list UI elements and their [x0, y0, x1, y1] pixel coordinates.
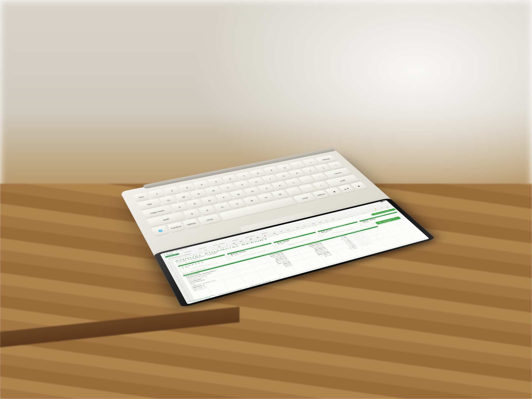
autosum-icon[interactable]: Σ	[324, 220, 329, 222]
row-header[interactable]: 23	[185, 298, 194, 302]
key-4[interactable]: 4	[193, 180, 210, 189]
key-g[interactable]: G	[230, 190, 247, 199]
ribbon-tab-insert[interactable]: Insert	[180, 249, 195, 254]
key-2[interactable]: 2	[163, 186, 181, 195]
key-cmd-l[interactable]: cmd	[197, 214, 222, 226]
key-ctrl[interactable]: control	[167, 222, 185, 232]
column-header[interactable]: E	[229, 242, 244, 247]
row-header[interactable]: 16	[178, 286, 187, 290]
column-header[interactable]: I	[283, 229, 297, 234]
key-x[interactable]: X	[198, 205, 216, 216]
column-header[interactable]: N	[346, 214, 359, 218]
number-format-icon[interactable]: $	[295, 227, 300, 229]
metric-card[interactable]: REVENUES●●●●●●●0%	[178, 254, 229, 273]
column-header[interactable]: Q	[381, 206, 394, 210]
table-row[interactable]: TAX$32,167.45$29,424.53▲34%	[189, 234, 387, 286]
key-8[interactable]: 8	[249, 169, 267, 177]
key-w[interactable]: W	[175, 192, 192, 202]
column-header[interactable]: H	[270, 232, 284, 237]
row-header[interactable]: 6	[169, 269, 177, 272]
font-size-select[interactable]: 16	[201, 248, 212, 252]
align-center-icon[interactable]: ≡	[279, 230, 284, 232]
fill-color-icon[interactable]: ◧	[255, 236, 261, 238]
italic-icon[interactable]: I	[224, 244, 229, 246]
font-name-select[interactable]: Euphemia (Headin…	[166, 251, 199, 260]
metric-card[interactable]: DEPRECIATION$5,5479%	[317, 221, 363, 237]
key-6[interactable]: 6	[222, 175, 239, 183]
sort-icon[interactable]: ⇅	[330, 218, 336, 220]
align-left-icon[interactable]: ☰	[272, 232, 277, 234]
column-header[interactable]: A	[172, 256, 187, 261]
merge-icon[interactable]: ⿻	[285, 229, 291, 231]
row-header[interactable]: 12	[175, 279, 183, 283]
more-icon[interactable]: ⋯	[385, 205, 390, 207]
key-c[interactable]: C	[213, 202, 231, 212]
key-s[interactable]: S	[186, 199, 203, 209]
table-row[interactable]: INTEREST$3,789.47$3,338.07▲5%	[187, 231, 384, 283]
key-5[interactable]: 5	[207, 177, 225, 186]
border-icon[interactable]: ▦	[248, 238, 254, 240]
key-y[interactable]: Y	[234, 180, 251, 189]
row-header[interactable]: 2	[165, 262, 174, 266]
table-row[interactable]: PROFIT AFTER TAX$35,406.26$48,216.32▲2%	[189, 235, 388, 288]
key-v[interactable]: V	[228, 199, 246, 209]
table-row[interactable]: REVENUES$180,583.88$180,026.64▲0%	[184, 227, 380, 278]
column-header[interactable]: P	[370, 209, 382, 212]
key-3[interactable]: 3	[178, 183, 196, 192]
key-h[interactable]: H	[244, 187, 261, 196]
column-header[interactable]: F	[243, 239, 257, 243]
key-b[interactable]: B	[243, 196, 261, 205]
lightbulb-icon[interactable]: 💡	[373, 208, 378, 210]
row-header[interactable]: 11	[174, 277, 182, 281]
row-header[interactable]: 10	[173, 276, 181, 279]
row-header[interactable]: 25	[188, 302, 196, 303]
bold-icon[interactable]: B	[216, 245, 222, 248]
column-header[interactable]: B	[186, 252, 202, 257]
row-header[interactable]: 21	[183, 295, 192, 299]
key-r[interactable]: R	[205, 186, 222, 196]
ribbon-tab-draw[interactable]: Draw	[195, 246, 209, 250]
back-button[interactable]: Back	[164, 252, 174, 256]
column-header[interactable]: L	[321, 220, 335, 224]
key-esc[interactable]: esc	[133, 192, 150, 202]
key-a[interactable]: A	[171, 202, 189, 212]
key-option-l[interactable]: option	[182, 218, 201, 229]
metric-card[interactable]: NET PROFIT$67,4752%	[359, 211, 403, 227]
column-header[interactable]: M	[334, 217, 347, 221]
column-header[interactable]: C	[201, 249, 216, 254]
table-row[interactable]: METRIC 2$18.96$18.75▼-16%	[191, 237, 390, 291]
ribbon-tab-data[interactable]: Data	[229, 238, 242, 242]
key-capslock[interactable]: caps lock	[142, 205, 173, 218]
key-globe[interactable]: 🌐	[151, 225, 169, 236]
key-7[interactable]: 7	[236, 172, 253, 180]
table-row[interactable]: NET PROFIT$67,474.85$66,272.10▲2%	[188, 232, 385, 285]
ribbon-tab-view[interactable]: View	[258, 231, 271, 235]
insert-icon[interactable]: ⊞	[311, 223, 316, 225]
column-header[interactable]: K	[309, 223, 322, 227]
report-year[interactable]: 2022	[370, 212, 380, 216]
cell-grid[interactable]: ANNUAL FINANCIAL REPORT YOUR COMPANY NAM…	[172, 207, 428, 300]
row-header[interactable]: 8	[171, 272, 179, 276]
ribbon-tab-review[interactable]: Review	[242, 234, 258, 239]
key-z[interactable]: Z	[183, 209, 201, 219]
row-header[interactable]: 9	[172, 274, 180, 277]
share-icon[interactable]: ⇧	[379, 206, 384, 208]
table-row[interactable]: OPERATING PROFIT$73,426.00$77,317.84▼-17…	[185, 229, 382, 280]
key-shift-l[interactable]: shift	[146, 212, 185, 227]
row-header[interactable]: 15	[178, 284, 186, 288]
row-header[interactable]: 1	[165, 261, 173, 264]
column-header[interactable]: O	[358, 211, 371, 215]
key-d[interactable]: D	[201, 196, 218, 205]
add-sheet-button[interactable]: +	[275, 276, 285, 280]
row-header[interactable]: 18	[181, 289, 189, 293]
underline-icon[interactable]: U	[231, 242, 236, 244]
column-header[interactable]: D	[215, 246, 230, 250]
row-header[interactable]: 7	[170, 271, 178, 274]
key-u[interactable]: U	[248, 177, 265, 186]
table-row[interactable]: METRIC 3$26.02$22.84▲19%	[192, 238, 391, 292]
row-header[interactable]: 17	[179, 288, 188, 292]
delete-icon[interactable]: ⊟	[317, 221, 323, 223]
table-row[interactable]: DEPRECIATION$5,546.89$5,068.42▲9%	[186, 230, 383, 282]
select-all-corner[interactable]	[164, 260, 172, 263]
font-color-icon[interactable]: A	[262, 234, 268, 236]
